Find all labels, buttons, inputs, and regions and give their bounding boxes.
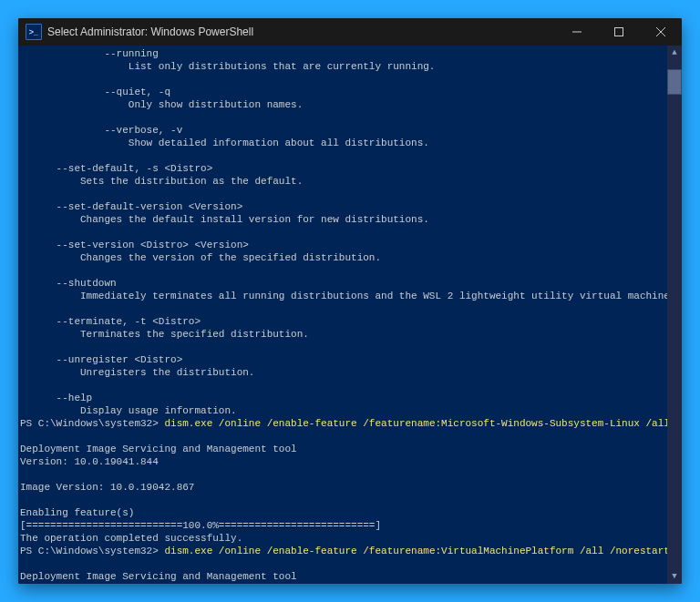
console-line: Image Version: 10.0.19042.867 xyxy=(20,481,665,494)
console-line: --verbose, -v xyxy=(20,124,665,137)
console-line: Show detailed information about all dist… xyxy=(20,137,665,149)
console-line xyxy=(20,111,665,124)
console-line: Unregisters the distribution. xyxy=(20,366,665,379)
console-line: The operation completed successfully. xyxy=(20,532,665,545)
console-line xyxy=(20,379,665,392)
console-line xyxy=(20,264,665,277)
svg-rect-1 xyxy=(615,28,623,36)
command-text: dism.exe /online /enable-feature /featur… xyxy=(164,418,682,429)
console-line: List only distributions that are current… xyxy=(20,60,665,73)
console-line: Changes the version of the specified dis… xyxy=(20,251,665,264)
console-line xyxy=(20,557,665,570)
console-line: Enabling feature(s) xyxy=(20,506,665,519)
console-line: Immediately terminates all running distr… xyxy=(20,290,665,302)
console-line xyxy=(20,430,665,443)
console-prompt-line: PS C:\Windows\system32> dism.exe /online… xyxy=(20,417,665,430)
console-line: Changes the default install version for … xyxy=(20,213,665,226)
prompt-text: PS C:\Windows\system32> xyxy=(20,418,164,429)
console-line: --help xyxy=(20,392,665,404)
scrollbar-track[interactable]: ▲ ▼ xyxy=(667,46,682,584)
minimize-button[interactable] xyxy=(556,18,598,46)
console-line: Sets the distribution as the default. xyxy=(20,175,665,188)
console-line: --set-default-version <Version> xyxy=(20,200,665,213)
console-area[interactable]: --running List only distributions that a… xyxy=(18,46,682,584)
console-line: --shutdown xyxy=(20,277,665,290)
console-line: --set-version <Distro> <Version> xyxy=(20,239,665,251)
console-line xyxy=(20,341,665,353)
console-line: Only show distribution names. xyxy=(20,98,665,111)
console-line: --quiet, -q xyxy=(20,86,665,98)
console-line xyxy=(20,494,665,506)
close-button[interactable] xyxy=(640,18,682,46)
console-line xyxy=(20,226,665,239)
console-line: Terminates the specified distribution. xyxy=(20,328,665,341)
console-line xyxy=(20,73,665,86)
console-line xyxy=(20,302,665,315)
console-line: Display usage information. xyxy=(20,404,665,417)
prompt-text: PS C:\Windows\system32> xyxy=(20,546,164,556)
console-line: --terminate, -t <Distro> xyxy=(20,315,665,328)
titlebar[interactable]: >_ Select Administrator: Windows PowerSh… xyxy=(18,18,682,46)
command-text: dism.exe /online /enable-feature /featur… xyxy=(164,546,670,556)
powershell-icon: >_ xyxy=(26,24,42,40)
console-line: Version: 10.0.19041.844 xyxy=(20,583,665,584)
console-line: --running xyxy=(20,47,665,60)
scroll-down-arrow[interactable]: ▼ xyxy=(667,569,682,584)
window-title: Select Administrator: Windows PowerShell xyxy=(47,26,253,38)
console-line: --set-default, -s <Distro> xyxy=(20,162,665,175)
console-line: [==========================100.0%=======… xyxy=(20,519,665,532)
console-prompt-line: PS C:\Windows\system32> dism.exe /online… xyxy=(20,545,665,557)
console-line: Version: 10.0.19041.844 xyxy=(20,455,665,468)
maximize-button[interactable] xyxy=(598,18,640,46)
console-line xyxy=(20,149,665,162)
powershell-window: >_ Select Administrator: Windows PowerSh… xyxy=(18,18,682,584)
console-line xyxy=(20,468,665,481)
scrollbar-thumb[interactable] xyxy=(667,69,682,95)
console-line: Deployment Image Servicing and Managemen… xyxy=(20,570,665,583)
console-line: --unregister <Distro> xyxy=(20,353,665,366)
console-line: Deployment Image Servicing and Managemen… xyxy=(20,443,665,455)
console-line xyxy=(20,188,665,200)
scroll-up-arrow[interactable]: ▲ xyxy=(667,46,682,60)
